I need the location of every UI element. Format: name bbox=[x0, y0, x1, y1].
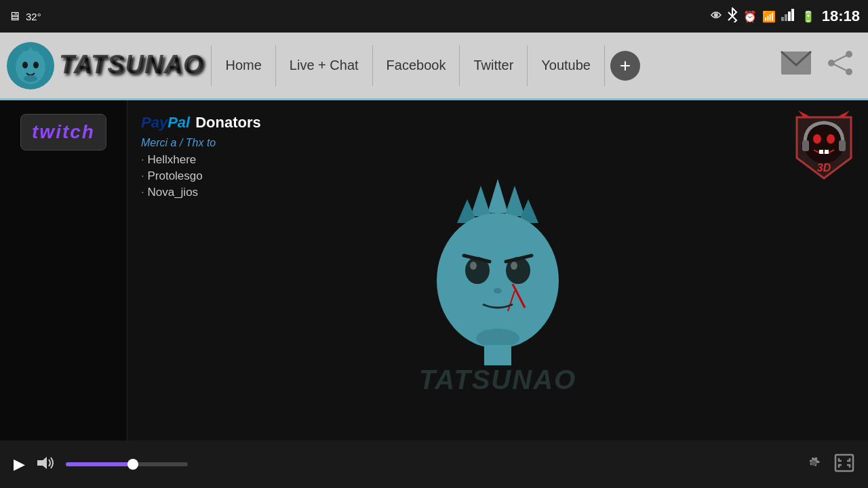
paypal-subtitle: Merci a / Thx to bbox=[141, 137, 261, 149]
nav-live-chat[interactable]: Live + Chat bbox=[276, 45, 373, 86]
center-content: PayPal Donators Merci a / Thx to Hellxhe… bbox=[127, 100, 868, 441]
battery-icon: 🔋 bbox=[802, 10, 815, 23]
nav-home[interactable]: Home bbox=[211, 45, 275, 86]
svg-rect-43 bbox=[802, 140, 809, 151]
svg-point-32 bbox=[494, 288, 502, 293]
temperature: 32° bbox=[26, 11, 41, 22]
nav-links: Home Live + Chat Facebook Twitter Youtub… bbox=[211, 45, 766, 86]
paypal-donators-text: Donators bbox=[195, 114, 261, 131]
signal-icon bbox=[781, 9, 796, 24]
paypal-section: PayPal Donators Merci a / Thx to Hellxhe… bbox=[141, 114, 261, 202]
svg-point-27 bbox=[511, 262, 517, 270]
status-right: 👁 ⏰ 📶 🔋 18:18 bbox=[711, 7, 860, 26]
svg-rect-3 bbox=[791, 9, 794, 21]
bottom-controls: ▶ bbox=[0, 441, 868, 488]
twitch-text: twitch bbox=[32, 121, 95, 142]
svg-rect-2 bbox=[788, 12, 791, 21]
status-left: 🖥 32° bbox=[8, 9, 41, 24]
svg-line-16 bbox=[831, 63, 849, 72]
nav-youtube[interactable]: Youtube bbox=[528, 45, 605, 86]
svg-line-15 bbox=[831, 54, 849, 63]
clock: 18:18 bbox=[822, 7, 860, 25]
paypal-logo: PayPal bbox=[141, 114, 190, 131]
paypal-pay: Pay bbox=[141, 114, 167, 131]
status-icons: 👁 ⏰ 📶 🔋 bbox=[711, 7, 815, 26]
donator-list: Hellxhere Protolesgo Nova_jios bbox=[141, 153, 261, 199]
svg-marker-46 bbox=[37, 457, 47, 469]
donator-2: Protolesgo bbox=[141, 169, 261, 183]
donator-1: Hellxhere bbox=[141, 153, 261, 167]
svg-rect-1 bbox=[785, 14, 787, 21]
svg-point-26 bbox=[470, 262, 477, 270]
twitch-logo: twitch bbox=[20, 114, 106, 150]
share-button[interactable] bbox=[826, 50, 854, 81]
nav-facebook[interactable]: Facebook bbox=[373, 45, 460, 86]
svg-rect-44 bbox=[839, 140, 846, 151]
mascot-svg: TATSUNAO bbox=[396, 165, 599, 396]
svg-rect-41 bbox=[819, 150, 823, 154]
nav-twitter[interactable]: Twitter bbox=[460, 45, 528, 86]
fullscreen-icon[interactable] bbox=[834, 453, 854, 475]
bluetooth-icon bbox=[727, 7, 738, 26]
tatsunao-mascot: TATSUNAO bbox=[396, 165, 599, 396]
nav-bar: TATSUNAO Home Live + Chat Facebook Twitt… bbox=[0, 33, 868, 100]
svg-text:3D: 3D bbox=[817, 162, 831, 174]
logo-area: TATSUNAO bbox=[0, 42, 211, 89]
svg-rect-0 bbox=[781, 17, 784, 21]
svg-point-10 bbox=[24, 75, 37, 82]
volume-thumb bbox=[127, 459, 138, 470]
alarm-icon: ⏰ bbox=[743, 10, 757, 23]
svg-point-8 bbox=[22, 62, 28, 68]
nav-plus-button[interactable]: + bbox=[610, 51, 640, 81]
eye-icon: 👁 bbox=[711, 10, 722, 22]
svg-point-39 bbox=[813, 134, 821, 144]
svg-marker-17 bbox=[488, 179, 508, 213]
status-bar: 🖥 32° 👁 ⏰ 📶 bbox=[0, 0, 868, 33]
volume-fill bbox=[66, 462, 133, 466]
volume-icon bbox=[36, 455, 55, 474]
svg-rect-34 bbox=[484, 345, 511, 365]
logo-avatar bbox=[7, 42, 54, 89]
main-content: twitch PayPal Donators Merci a / Thx to … bbox=[0, 100, 868, 441]
svg-marker-19 bbox=[505, 186, 525, 216]
wifi-icon: 📶 bbox=[762, 10, 776, 23]
svg-point-47 bbox=[811, 460, 816, 466]
mail-button[interactable] bbox=[780, 50, 812, 81]
svg-point-40 bbox=[827, 134, 835, 144]
logo-3d: 3D bbox=[790, 110, 858, 185]
play-button[interactable]: ▶ bbox=[14, 455, 25, 473]
svg-marker-18 bbox=[471, 186, 491, 216]
screen-icon: 🖥 bbox=[8, 9, 20, 24]
svg-rect-42 bbox=[825, 150, 829, 154]
volume-slider[interactable] bbox=[66, 462, 188, 466]
settings-icon[interactable] bbox=[804, 453, 823, 475]
donator-3: Nova_jios bbox=[141, 186, 261, 199]
logo-text: TATSUNAO bbox=[60, 51, 204, 80]
paypal-pal: Pal bbox=[167, 114, 190, 131]
nav-actions bbox=[766, 50, 868, 81]
svg-text:TATSUNAO: TATSUNAO bbox=[419, 365, 576, 394]
paypal-title: PayPal Donators bbox=[141, 114, 261, 131]
logo-3d-svg: 3D bbox=[790, 110, 858, 185]
svg-point-33 bbox=[476, 329, 519, 348]
svg-point-9 bbox=[33, 62, 39, 68]
svg-rect-48 bbox=[835, 455, 853, 471]
left-sidebar: twitch bbox=[0, 100, 127, 441]
ctrl-right bbox=[804, 453, 854, 475]
